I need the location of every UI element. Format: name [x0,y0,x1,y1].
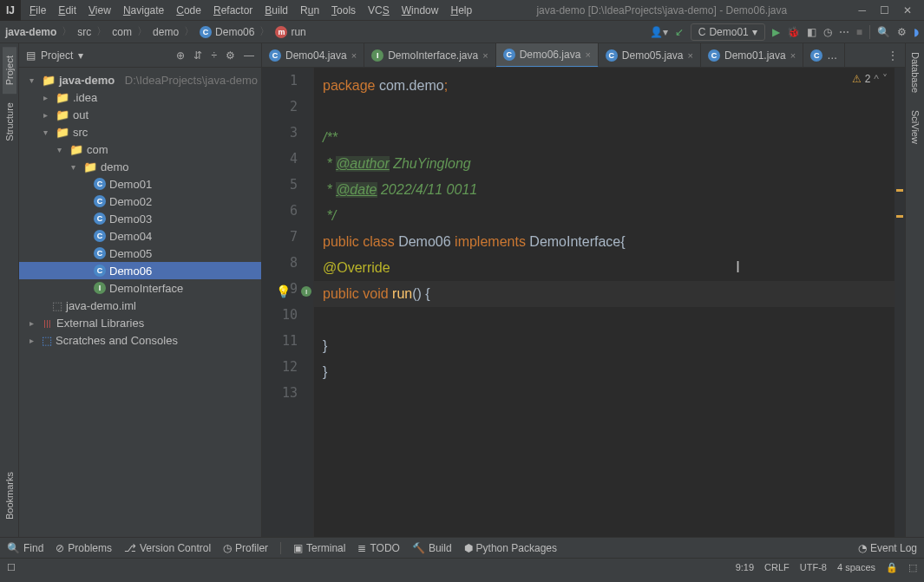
tab-demo01[interactable]: CDemo01.java× [701,43,803,68]
tool-database-tab[interactable]: Database [908,43,922,101]
tree-demo06[interactable]: CDemo06 [19,262,261,279]
inspection-widget[interactable]: ⚠2^˅ [852,73,888,85]
close-icon[interactable]: ✕ [903,4,912,16]
status-encoding[interactable]: UTF-8 [800,562,827,573]
tree-demo02[interactable]: CDemo02 [19,193,261,210]
tab-demo06[interactable]: CDemo06.java× [496,43,599,68]
editor-tabs: CDemo04.java× IDemoInterface.java× CDemo… [262,43,905,68]
tree-demo05[interactable]: CDemo05 [19,245,261,262]
tree-com[interactable]: ▾📁com [19,141,261,158]
add-config-icon[interactable]: 👤▾ [650,26,668,38]
tree-demo03[interactable]: CDemo03 [19,210,261,227]
tree-src[interactable]: ▾📁src [19,123,261,141]
override-gutter-icon[interactable]: I [301,286,311,297]
menu-window[interactable]: Window [396,2,444,19]
window-title: java-demo [D:\IdeaProjects\java-demo] - … [477,4,846,16]
menu-navigate[interactable]: Navigate [118,2,169,19]
learn-icon[interactable]: ◗ [914,26,919,38]
tree-demointerface[interactable]: IDemoInterface [19,279,261,297]
status-indicator-icon[interactable]: ☐ [7,562,16,573]
breadcrumb-method[interactable]: run [291,26,305,38]
debug-icon[interactable]: 🐞 [787,26,800,38]
tool-sciview-tab[interactable]: SciView [908,101,922,153]
menu-code[interactable]: Code [171,2,206,19]
settings-icon[interactable]: ⚙ [897,26,907,38]
tree-demo04[interactable]: CDemo04 [19,227,261,245]
breadcrumb-demo[interactable]: demo [153,26,179,38]
breadcrumb-project[interactable]: java-demo [5,26,56,38]
panel-settings-icon[interactable]: ⚙ [226,49,235,62]
tab-demointerface[interactable]: IDemoInterface.java× [364,43,496,68]
tab-close-icon[interactable]: × [585,49,590,60]
tree-idea[interactable]: ▸📁.idea [19,88,261,106]
expand-all-icon[interactable]: ⇵ [193,49,202,62]
menu-vcs[interactable]: VCS [363,2,395,19]
tool-project-tab[interactable]: Project [3,47,16,94]
status-indent[interactable]: 4 spaces [837,562,875,573]
tree-out[interactable]: ▸📁out [19,106,261,123]
tree-scratches[interactable]: ▸⬚Scratches and Consoles [19,331,261,349]
menu-refactor[interactable]: Refactor [208,2,258,19]
tree-demo-pkg[interactable]: ▾📁demo [19,158,261,175]
panel-title[interactable]: Project [41,49,73,62]
tree-demo01[interactable]: CDemo01 [19,175,261,193]
method-icon: m [275,26,287,38]
tool-bookmarks-tab[interactable]: Bookmarks [3,463,16,528]
tree-external-libs[interactable]: ▸⫼External Libraries [19,314,261,331]
tool-eventlog[interactable]: ◔ Event Log [858,542,917,554]
menu-file[interactable]: File [24,2,51,19]
tool-problems[interactable]: ⊘ Problems [56,542,112,554]
code-editor[interactable]: ⚠2^˅ package com.demo; /** * @author Zhu… [314,68,895,537]
line-gutter: 12345678 9I↑ 10111213 [262,68,314,537]
menu-build[interactable]: Build [259,2,293,19]
tab-close-icon[interactable]: × [688,50,693,61]
intention-bulb-icon[interactable]: 💡 [276,284,291,298]
tab-close-icon[interactable]: × [351,50,357,61]
breadcrumb: java-demo 〉 src 〉 com 〉 demo 〉 C Demo06 … [5,24,306,39]
tool-python[interactable]: ⬢ Python Packages [464,542,557,554]
coverage-icon[interactable]: ◧ [807,26,816,38]
sync-icon[interactable]: ↙ [675,26,684,38]
tool-build[interactable]: 🔨 Build [412,542,452,554]
breadcrumb-class[interactable]: Demo06 [215,26,254,38]
tabs-more-icon[interactable]: ⋮ [888,49,898,62]
tab-demo05[interactable]: CDemo05.java× [599,43,701,68]
error-stripe[interactable] [895,68,905,537]
tool-vcs[interactable]: ⎇ Version Control [124,542,211,554]
maximize-icon[interactable]: ☐ [880,4,889,16]
profile-icon[interactable]: ◷ [823,26,832,38]
menu-run[interactable]: Run [295,2,324,19]
run-icon[interactable]: ▶ [772,26,780,38]
breadcrumb-src[interactable]: src [77,26,91,38]
class-icon: C [698,26,706,38]
tree-iml[interactable]: ⬚java-demo.iml [19,297,261,314]
run-config-selector[interactable]: C Demo01 ▾ [691,23,765,41]
tool-find[interactable]: 🔍 Find [7,542,43,554]
menu-edit[interactable]: Edit [53,2,82,19]
tab-close-icon[interactable]: × [482,50,488,61]
tool-todo[interactable]: ≣ TODO [357,542,399,554]
tree-root[interactable]: ▾📁java-demo D:\IdeaProjects\java-demo [19,71,261,88]
lock-icon[interactable]: 🔒 [886,562,898,573]
stop-icon[interactable]: ■ [856,26,862,38]
select-opened-icon[interactable]: ⊕ [176,49,185,62]
collapse-all-icon[interactable]: ÷ [211,49,217,62]
tab-overflow[interactable]: C… [803,43,845,68]
hide-panel-icon[interactable]: — [244,49,254,62]
minimize-icon[interactable]: ─ [858,4,866,16]
status-widget-icon[interactable]: ⬚ [908,562,917,573]
breadcrumb-com[interactable]: com [112,26,132,38]
tool-profiler[interactable]: ◷ Profiler [223,542,268,554]
menu-tools[interactable]: Tools [326,2,361,19]
tab-close-icon[interactable]: × [790,50,796,61]
panel-dropdown-icon[interactable]: ▾ [78,49,83,62]
search-icon[interactable]: 🔍 [877,26,890,38]
menu-view[interactable]: View [83,2,116,19]
tab-demo04[interactable]: CDemo04.java× [262,43,364,68]
tool-structure-tab[interactable]: Structure [3,94,16,150]
tool-terminal[interactable]: ▣ Terminal [293,542,345,554]
menu-help[interactable]: Help [445,2,477,19]
status-separator[interactable]: CRLF [764,562,790,573]
status-position[interactable]: 9:19 [736,562,754,573]
attach-icon[interactable]: ⋯ [839,26,849,38]
